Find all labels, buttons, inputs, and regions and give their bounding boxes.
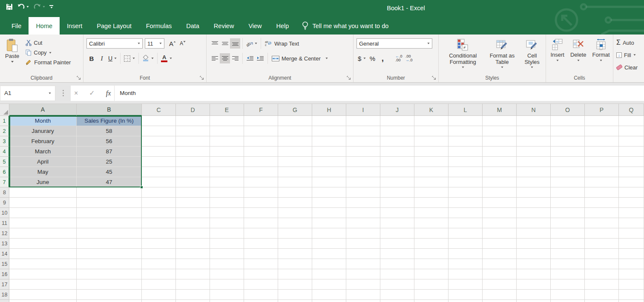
cell-H19[interactable] <box>312 300 346 302</box>
cell-F9[interactable] <box>244 198 278 208</box>
cell-N5[interactable] <box>517 157 551 167</box>
format-dropdown-icon[interactable] <box>600 60 602 61</box>
cell-O4[interactable] <box>551 147 585 157</box>
tab-file[interactable]: File <box>4 17 29 35</box>
cell-styles-dropdown-icon[interactable] <box>531 66 533 68</box>
name-box[interactable]: A1 <box>0 86 55 101</box>
cell-K10[interactable] <box>414 208 448 218</box>
cell-G15[interactable] <box>278 259 312 269</box>
tab-formulas[interactable]: Formulas <box>139 17 179 35</box>
cell-F18[interactable] <box>244 290 278 300</box>
format-cells-button[interactable]: Format <box>590 37 612 72</box>
cell-P4[interactable] <box>585 147 619 157</box>
font-name-select[interactable]: Calibri <box>86 38 143 49</box>
cell-P13[interactable] <box>585 239 619 249</box>
cell-M3[interactable] <box>483 136 517 147</box>
cell-C16[interactable] <box>142 269 176 279</box>
cell-B15[interactable] <box>77 259 142 269</box>
cell-L12[interactable] <box>448 228 483 239</box>
cell-A1[interactable]: Month <box>9 116 77 126</box>
cell-E14[interactable] <box>210 249 244 259</box>
cell-C14[interactable] <box>142 249 176 259</box>
cell-I1[interactable] <box>346 116 380 126</box>
cell-P10[interactable] <box>585 208 619 218</box>
cell-M15[interactable] <box>483 259 517 269</box>
cell-F16[interactable] <box>244 269 278 279</box>
cell-K18[interactable] <box>414 290 448 300</box>
cell-H6[interactable] <box>312 167 346 177</box>
cell-M12[interactable] <box>483 228 517 239</box>
cell-styles-button[interactable]: Cell Styles <box>520 37 544 72</box>
enter-icon[interactable]: ✓ <box>89 89 95 97</box>
cell-B6[interactable]: 45 <box>77 167 142 177</box>
insert-cells-button[interactable]: Insert <box>548 37 566 72</box>
cell-M18[interactable] <box>483 290 517 300</box>
cell-H14[interactable] <box>312 249 346 259</box>
cell-N13[interactable] <box>517 239 551 249</box>
tab-review[interactable]: Review <box>207 17 242 35</box>
row-header-15[interactable]: 15 <box>0 259 9 269</box>
cell-A4[interactable]: March <box>9 147 77 157</box>
cell-I4[interactable] <box>346 147 380 157</box>
customize-qat-icon[interactable] <box>49 5 53 9</box>
column-header-L[interactable]: L <box>448 104 483 116</box>
cell-B16[interactable] <box>77 269 142 279</box>
cell-J6[interactable] <box>380 167 414 177</box>
cell-D7[interactable] <box>176 177 210 187</box>
column-header-C[interactable]: C <box>142 104 176 116</box>
cell-O15[interactable] <box>551 259 585 269</box>
formula-input[interactable]: Month <box>115 86 644 101</box>
cell-G1[interactable] <box>278 116 312 126</box>
tab-help[interactable]: Help <box>269 17 296 35</box>
conditional-formatting-button[interactable]: ≠ Conditional Formatting <box>442 37 484 72</box>
cell-J14[interactable] <box>380 249 414 259</box>
cell-D18[interactable] <box>176 290 210 300</box>
cell-G10[interactable] <box>278 208 312 218</box>
cell-C4[interactable] <box>142 147 176 157</box>
row-header-8[interactable]: 8 <box>0 187 9 198</box>
cell-Q1[interactable] <box>619 116 644 126</box>
cell-O7[interactable] <box>551 177 585 187</box>
cell-E8[interactable] <box>210 187 244 198</box>
cell-C17[interactable] <box>142 279 176 290</box>
cell-O16[interactable] <box>551 269 585 279</box>
row-header-13[interactable]: 13 <box>0 239 9 249</box>
column-header-J[interactable]: J <box>380 104 414 116</box>
cell-Q16[interactable] <box>619 269 644 279</box>
cell-K2[interactable] <box>414 126 448 136</box>
cell-I3[interactable] <box>346 136 380 147</box>
row-header-5[interactable]: 5 <box>0 157 9 167</box>
cell-B9[interactable] <box>77 198 142 208</box>
increase-font-size-button[interactable]: A <box>167 38 178 49</box>
merge-center-button[interactable]: Merge & Center <box>270 55 330 63</box>
column-header-G[interactable]: G <box>278 104 312 116</box>
cell-I2[interactable] <box>346 126 380 136</box>
cell-H15[interactable] <box>312 259 346 269</box>
cell-D1[interactable] <box>176 116 210 126</box>
cell-L18[interactable] <box>448 290 483 300</box>
cell-B1[interactable]: Sales Figure (In %) <box>77 116 142 126</box>
cell-J5[interactable] <box>380 157 414 167</box>
cell-P9[interactable] <box>585 198 619 208</box>
cell-J2[interactable] <box>380 126 414 136</box>
cell-N1[interactable] <box>517 116 551 126</box>
cell-L7[interactable] <box>448 177 483 187</box>
column-header-M[interactable]: M <box>483 104 517 116</box>
comma-style-button[interactable]: , <box>377 53 388 63</box>
cell-P5[interactable] <box>585 157 619 167</box>
conditional-formatting-dropdown-icon[interactable] <box>462 66 464 68</box>
column-header-H[interactable]: H <box>312 104 346 116</box>
cell-L9[interactable] <box>448 198 483 208</box>
cell-A14[interactable] <box>9 249 77 259</box>
decrease-font-size-button[interactable]: A <box>178 38 188 49</box>
cell-B3[interactable]: 56 <box>77 136 142 147</box>
cell-B12[interactable] <box>77 228 142 239</box>
font-dialog-launcher-icon[interactable] <box>200 76 204 80</box>
format-painter-button[interactable]: Format Painter <box>24 58 72 66</box>
cell-H7[interactable] <box>312 177 346 187</box>
cell-D4[interactable] <box>176 147 210 157</box>
cell-M4[interactable] <box>483 147 517 157</box>
cell-N15[interactable] <box>517 259 551 269</box>
cell-E17[interactable] <box>210 279 244 290</box>
cell-G19[interactable] <box>278 300 312 302</box>
